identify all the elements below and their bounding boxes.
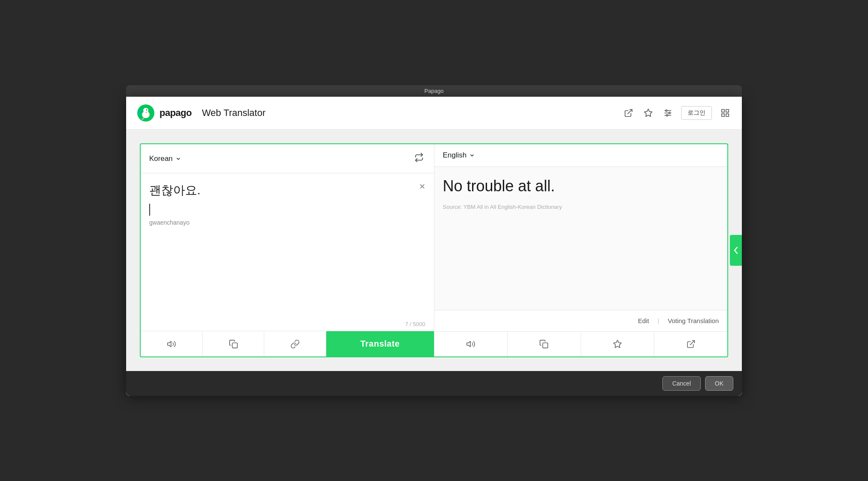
source-body: 괜찮아요. ✕ gwaenchanayo: [141, 173, 434, 318]
logo-area: papago: [136, 104, 192, 122]
svg-rect-13: [722, 110, 724, 112]
cancel-button[interactable]: Cancel: [662, 376, 701, 391]
chevron-down-icon-target: [469, 152, 475, 158]
target-share-icon: [686, 339, 696, 349]
logo-text: papago: [159, 107, 192, 119]
external-link-button[interactable]: [622, 107, 635, 119]
source-attribution: Source: YBM All in All English-Korean Di…: [443, 204, 719, 210]
target-actions: Edit | Voting Translation: [434, 310, 728, 331]
chevron-left-icon: [733, 246, 738, 254]
ok-button[interactable]: OK: [705, 376, 733, 391]
svg-marker-6: [644, 109, 652, 116]
header-actions: 로그인: [622, 106, 732, 120]
source-lang-selector[interactable]: Korean: [149, 154, 181, 163]
source-lang-label: Korean: [149, 154, 173, 163]
target-body: No trouble at all. Source: YBM All in Al…: [434, 167, 728, 310]
clear-button[interactable]: ✕: [419, 182, 425, 191]
source-footer: Translate: [141, 331, 434, 356]
svg-line-22: [690, 341, 694, 345]
edit-button[interactable]: Edit: [638, 317, 649, 324]
star-icon: [644, 108, 653, 118]
svg-line-5: [628, 110, 632, 114]
papago-logo-icon: [136, 104, 155, 122]
action-divider: |: [658, 317, 659, 324]
target-panel: English No trouble at all. Source: YBM A…: [434, 144, 728, 356]
svg-rect-15: [722, 114, 724, 116]
target-share-button[interactable]: [654, 332, 727, 356]
translator-container: Korean 괜찮아요.: [140, 143, 728, 357]
romanization-text: gwaenchanayo: [149, 219, 425, 226]
volume-icon: [167, 339, 176, 349]
svg-point-12: [666, 115, 668, 116]
svg-rect-18: [232, 343, 237, 348]
bottom-bar: Cancel OK: [126, 371, 742, 396]
link-icon: [290, 339, 300, 349]
translate-button[interactable]: Translate: [326, 331, 434, 356]
swap-icon: [414, 153, 424, 162]
source-listen-button[interactable]: [141, 332, 203, 356]
external-link-icon: [624, 108, 633, 118]
source-link-button[interactable]: [264, 332, 326, 356]
window-title: Papago: [425, 88, 444, 94]
copy-icon: [229, 339, 238, 349]
apps-button[interactable]: [719, 107, 732, 119]
settings-button[interactable]: [661, 107, 674, 119]
login-button[interactable]: 로그인: [681, 106, 712, 120]
title-bar: Papago: [126, 85, 742, 97]
target-copy-icon: [539, 339, 549, 349]
source-copy-button[interactable]: [203, 332, 265, 356]
target-favorite-button[interactable]: [581, 332, 655, 356]
sidebar-toggle-button[interactable]: [730, 235, 742, 266]
target-lang-selector[interactable]: English: [443, 151, 475, 160]
voting-translation-button[interactable]: Voting Translation: [668, 317, 719, 324]
svg-rect-14: [726, 110, 729, 112]
svg-point-4: [146, 110, 147, 110]
svg-marker-17: [168, 341, 171, 347]
svg-marker-19: [467, 341, 470, 347]
page-title: Web Translator: [202, 107, 266, 119]
header: papago Web Translator: [126, 97, 742, 130]
swap-languages-button[interactable]: [413, 151, 425, 166]
main-content: Korean 괜찮아요.: [126, 130, 742, 371]
sliders-icon: [663, 108, 673, 118]
svg-rect-16: [726, 114, 729, 116]
source-lang-header: Korean: [141, 144, 434, 173]
svg-point-11: [669, 112, 670, 114]
target-footer: [434, 331, 728, 356]
text-cursor: [149, 204, 150, 216]
target-star-icon: [613, 339, 622, 349]
target-copy-button[interactable]: [508, 332, 581, 356]
source-text: 괜찮아요.: [149, 182, 425, 199]
chevron-down-icon: [175, 156, 181, 162]
target-lang-label: English: [443, 151, 467, 160]
source-panel: Korean 괜찮아요.: [141, 144, 434, 356]
app-window: papago Web Translator: [126, 97, 742, 396]
char-count: 7 / 5000: [141, 318, 434, 331]
favorites-button[interactable]: [642, 107, 655, 119]
target-volume-icon: [466, 339, 475, 349]
target-listen-button[interactable]: [434, 332, 508, 356]
svg-point-10: [666, 110, 667, 112]
svg-rect-20: [543, 343, 548, 348]
svg-marker-21: [614, 340, 621, 347]
grid-icon: [720, 108, 730, 118]
translation-text: No trouble at all.: [443, 175, 719, 197]
target-lang-header: English: [434, 144, 728, 167]
